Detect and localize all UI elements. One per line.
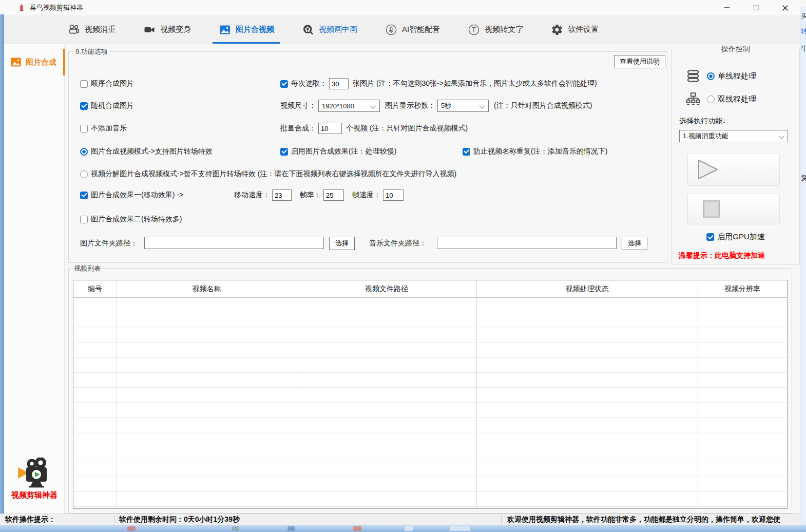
function-select[interactable]: 1.视频消重功能 <box>679 130 788 142</box>
image-seconds-select[interactable]: 5秒 <box>437 100 489 112</box>
image-icon <box>10 56 22 68</box>
radio-image-compose-mode[interactable] <box>80 148 88 156</box>
maximize-button[interactable] <box>741 0 771 15</box>
column-header-status[interactable]: 视频处理状态 <box>476 284 698 294</box>
move-speed-input[interactable] <box>272 189 292 201</box>
option-label: 音乐文件夹路径： <box>369 239 427 248</box>
taskbar-item[interactable] <box>405 526 413 531</box>
checkbox-effect-one[interactable] <box>80 192 88 199</box>
taskbar-item[interactable] <box>353 526 361 531</box>
select-value: 5秒 <box>441 101 451 110</box>
checkbox-gpu[interactable] <box>706 233 714 241</box>
column-header-resolution[interactable]: 视频分辨率 <box>698 284 787 294</box>
option-label: 视频分解图片合成视频模式->暂不支持图片转场特效 (注：请在下面视频列表右键选择… <box>91 169 456 179</box>
tab-video-dedup[interactable]: 视频消重 <box>61 15 123 44</box>
tab-label: 图片合视频 <box>236 25 274 34</box>
option-label: 不添加音乐 <box>91 124 127 133</box>
stop-icon <box>702 200 721 218</box>
desktop-edge-left <box>0 14 4 525</box>
image-icon <box>219 24 231 36</box>
gpu-option[interactable]: 启用GPU加速 <box>706 232 765 242</box>
gpu-tip-text: 温馨提示：此电脑支持加速 <box>679 251 765 260</box>
tab-ai-dubbing[interactable]: AI智能配音 <box>378 15 447 44</box>
option-label: 每次选取： <box>291 79 327 88</box>
taskbar-item[interactable] <box>11 526 18 531</box>
frame-speed-input[interactable] <box>383 189 404 201</box>
option-label: 图片合成视频模式->支持图片转场特效 <box>91 147 213 156</box>
option-label: 批量合成： <box>280 124 316 133</box>
radio-single-thread[interactable] <box>707 72 715 80</box>
radio-dual-thread[interactable] <box>707 96 715 103</box>
image-folder-input[interactable] <box>144 237 324 249</box>
options-group-title: 9.功能选项 <box>73 47 110 56</box>
column-divider <box>297 280 297 508</box>
checkbox-effect-two[interactable] <box>80 216 88 223</box>
select-value: 1920*1080 <box>322 102 354 110</box>
taskbar-item[interactable] <box>450 526 470 531</box>
tab-video-transform[interactable]: 视频变身 <box>136 15 198 44</box>
status-left-label: 软件操作提示： <box>5 514 55 525</box>
tab-picture-in-picture[interactable]: 视频画中画 <box>295 15 364 44</box>
checkbox-effect-enable[interactable] <box>280 148 288 156</box>
choose-music-folder-button[interactable]: 选择 <box>622 237 647 250</box>
select-function-label: 选择执行功能↓ <box>679 117 726 126</box>
option-label: 图片文件夹路径： <box>80 239 138 248</box>
minimize-button[interactable] <box>712 0 741 15</box>
option-label: 图片合成效果一(移动效果) -> <box>91 191 183 200</box>
edge-text: 转 <box>801 27 806 36</box>
taskbar-item[interactable] <box>232 526 239 531</box>
option-label: 帧率： <box>300 191 321 200</box>
edge-text: 复 <box>801 174 806 183</box>
column-divider <box>117 280 117 508</box>
option-label: 单线程处理 <box>718 71 756 81</box>
option-label: 图片合成效果二(转场特效多) <box>91 215 182 224</box>
taskbar <box>0 525 806 532</box>
music-folder-input[interactable] <box>437 237 617 249</box>
column-header-id[interactable]: 编号 <box>73 284 117 294</box>
option-label: 启用GPU加速 <box>717 232 765 242</box>
taskbar-item[interactable] <box>287 526 295 531</box>
app-logo: 视频剪辑神器 <box>4 458 65 500</box>
choose-image-folder-button[interactable]: 选择 <box>329 237 355 250</box>
sidebar: 图片合成 视频剪辑神器 <box>4 44 65 514</box>
tab-label: 视频画中画 <box>319 25 357 34</box>
option-label: 双线程处理 <box>718 94 756 104</box>
taskbar-item[interactable] <box>127 526 136 531</box>
column-divider <box>698 280 698 508</box>
single-thread-option[interactable]: 单线程处理 <box>707 71 756 81</box>
camcorder-icon <box>143 24 156 36</box>
video-table-body[interactable] <box>73 298 787 508</box>
dual-thread-option[interactable]: 双线程处理 <box>707 94 756 104</box>
pick-count-input[interactable] <box>329 78 349 89</box>
help-button[interactable]: 查看使用说明 <box>614 55 665 68</box>
batch-count-input[interactable] <box>318 123 342 134</box>
checkbox-seq-compose[interactable] <box>80 80 88 88</box>
column-header-path[interactable]: 视频文件路径 <box>297 284 476 294</box>
options-group: 9.功能选项 查看使用说明 顺序合成图片 每次选取： 张图片 (注：不勾选则30… <box>68 51 667 263</box>
sidebar-item-image-compose[interactable]: 图片合成 <box>4 49 65 75</box>
background-window-edge: 买 转 牛 复 <box>800 7 806 525</box>
window-title: 菜鸟视频剪辑神器 <box>30 3 83 12</box>
start-button[interactable] <box>687 153 780 186</box>
tab-video-to-text[interactable]: 视频转文字 <box>460 15 530 44</box>
checkbox-name-dedup[interactable] <box>463 148 470 156</box>
stop-button[interactable] <box>687 194 780 224</box>
checkbox-pick-count[interactable] <box>280 80 288 88</box>
column-header-name[interactable]: 视频名称 <box>117 284 297 294</box>
radio-video-decompose-mode[interactable] <box>80 170 88 178</box>
fps-input[interactable] <box>323 189 344 201</box>
tab-image-to-video[interactable]: 图片合视频 <box>212 15 281 44</box>
control-panel-title: 操作控制 <box>719 45 753 54</box>
checkbox-no-music[interactable] <box>80 125 88 132</box>
checkbox-random-compose[interactable] <box>80 102 88 110</box>
option-label: 随机合成图片 <box>91 101 134 110</box>
tab-label: 视频消重 <box>85 25 116 34</box>
video-size-select[interactable]: 1920*1080 <box>318 100 380 112</box>
movie-camera-icon <box>15 458 53 488</box>
option-label: 帧速度： <box>352 191 381 200</box>
tab-label: AI智能配音 <box>402 25 440 34</box>
tab-label: 视频变身 <box>160 25 191 34</box>
status-welcome-text: 欢迎使用视频剪辑神器，软件功能非常多，功能都是独立分明的，操作简单，欢迎您使 <box>507 514 799 525</box>
close-button[interactable] <box>771 0 800 15</box>
tab-settings[interactable]: 软件设置 <box>544 15 606 44</box>
